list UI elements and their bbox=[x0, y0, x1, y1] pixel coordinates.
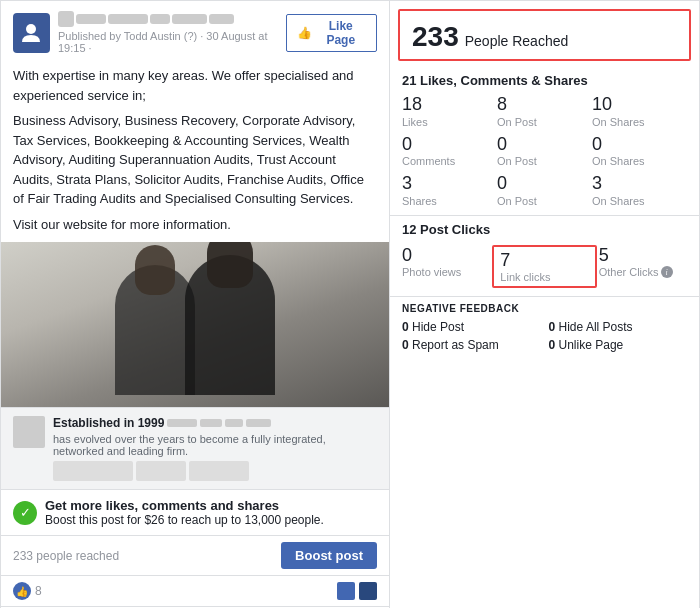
svg-rect-8 bbox=[200, 419, 222, 427]
reached-label: People Reached bbox=[465, 33, 569, 49]
people-reached-section: 233 People Reached bbox=[398, 9, 691, 61]
stat-cell-likes-on-post: 8 On Post bbox=[497, 94, 592, 128]
person2-silhouette bbox=[185, 255, 275, 395]
reactions-icon-1 bbox=[337, 582, 355, 600]
reactions-icon-2 bbox=[359, 582, 377, 600]
hide-all-posts-item: 0 Hide All Posts bbox=[549, 320, 688, 334]
person1-silhouette bbox=[115, 265, 195, 395]
post-image bbox=[1, 242, 389, 407]
likes-number: 18 bbox=[402, 94, 497, 116]
post-body: With expertise in many key areas. We off… bbox=[1, 60, 389, 242]
shares-on-shares-number: 3 bbox=[592, 173, 687, 195]
post-stats-bar: 233 people reached Boost post bbox=[1, 536, 389, 576]
negative-feedback-section: NEGATIVE FEEDBACK 0 Hide Post 0 Hide All… bbox=[390, 297, 699, 360]
boost-subtext: Boost this post for $26 to reach up to 1… bbox=[45, 513, 324, 527]
insights-panel: 233 People Reached 21 Likes, Comments & … bbox=[390, 0, 700, 608]
hide-post-number: 0 bbox=[402, 320, 409, 334]
author-name-row bbox=[58, 11, 286, 30]
hide-all-posts-label-text: Hide All Posts bbox=[559, 320, 633, 334]
stat-cell-comments-on-post: 0 On Post bbox=[497, 134, 592, 168]
svg-rect-13 bbox=[189, 461, 249, 481]
author-info: Published by Todd Austin (?) · 30 August… bbox=[58, 11, 286, 54]
like-reaction-icon: 👍 bbox=[13, 582, 31, 600]
thumbs-up-icon: 👍 bbox=[297, 26, 312, 40]
link-preview-content: Established in 1999 has evolved over the… bbox=[53, 416, 377, 481]
post-meta: Published by Todd Austin (?) · 30 August… bbox=[58, 30, 286, 54]
svg-rect-4 bbox=[150, 14, 170, 24]
boost-text: Get more likes, comments and shares Boos… bbox=[45, 498, 377, 527]
comments-on-shares-number: 0 bbox=[592, 134, 687, 156]
stat-cell-likes-on-shares: 10 On Shares bbox=[592, 94, 687, 128]
svg-rect-2 bbox=[76, 14, 106, 24]
comments-on-post-label: On Post bbox=[497, 155, 592, 167]
likes-comments-shares-section: 21 Likes, Comments & Shares 18 Likes 8 O… bbox=[390, 69, 699, 216]
post-header: Published by Todd Austin (?) · 30 August… bbox=[1, 1, 389, 60]
reached-number: 233 bbox=[412, 21, 459, 53]
clicks-grid: 0 Photo views 7 Link clicks 5 Other Clic… bbox=[390, 241, 699, 298]
post-clicks-title: 12 Post Clicks bbox=[390, 216, 699, 241]
post-body-line2: Business Advisory, Business Recovery, Co… bbox=[13, 111, 377, 209]
like-page-button[interactable]: 👍 Like Page bbox=[286, 14, 377, 52]
shares-on-post-label: On Post bbox=[497, 195, 592, 207]
reactions-right bbox=[337, 582, 377, 600]
other-clicks-label: Other Clicks i bbox=[599, 266, 687, 278]
reactions-bar: 👍 8 bbox=[1, 576, 389, 607]
svg-rect-6 bbox=[209, 14, 234, 24]
comments-number: 0 bbox=[402, 134, 497, 156]
negative-feedback-title: NEGATIVE FEEDBACK bbox=[402, 303, 687, 314]
checkmark-icon: ✓ bbox=[13, 501, 37, 525]
stat-cell-shares: 3 Shares bbox=[402, 173, 497, 207]
link-preview-thumb bbox=[13, 416, 45, 448]
post-author-section: Published by Todd Austin (?) · 30 August… bbox=[13, 11, 286, 54]
shares-label: Shares bbox=[402, 195, 497, 207]
hide-all-posts-number: 0 bbox=[549, 320, 556, 334]
reach-count: 233 people reached bbox=[13, 549, 119, 563]
link-clicks-cell: 7 Link clicks bbox=[492, 245, 596, 289]
link-preview: Established in 1999 has evolved over the… bbox=[1, 407, 389, 489]
likes-comments-shares-title: 21 Likes, Comments & Shares bbox=[402, 73, 687, 88]
comments-on-shares-label: On Shares bbox=[592, 155, 687, 167]
like-page-label: Like Page bbox=[316, 19, 366, 47]
svg-rect-9 bbox=[225, 419, 243, 427]
likes-on-post-label: On Post bbox=[497, 116, 592, 128]
stats-grid: 18 Likes 8 On Post 10 On Shares 0 Commen… bbox=[402, 94, 687, 207]
comments-on-post-number: 0 bbox=[497, 134, 592, 156]
page-container: Published by Todd Austin (?) · 30 August… bbox=[0, 0, 700, 608]
stat-cell-comments-on-shares: 0 On Shares bbox=[592, 134, 687, 168]
link-preview-sub-text: has evolved over the years to become a f… bbox=[53, 433, 377, 457]
hide-post-label-text: Hide Post bbox=[412, 320, 464, 334]
post-body-line3: Visit our website for more information. bbox=[13, 215, 377, 235]
link-clicks-number: 7 bbox=[500, 250, 588, 272]
likes-on-shares-label: On Shares bbox=[592, 116, 687, 128]
boost-post-button[interactable]: Boost post bbox=[281, 542, 377, 569]
stat-cell-comments: 0 Comments bbox=[402, 134, 497, 168]
svg-rect-3 bbox=[108, 14, 148, 24]
shares-on-shares-label: On Shares bbox=[592, 195, 687, 207]
reactions-count: 8 bbox=[35, 584, 42, 598]
avatar bbox=[13, 13, 50, 53]
unlike-page-label-text: Unlike Page bbox=[559, 338, 624, 352]
hide-post-item: 0 Hide Post bbox=[402, 320, 541, 334]
author-name-text bbox=[58, 11, 234, 30]
report-spam-item: 0 Report as Spam bbox=[402, 338, 541, 352]
shares-on-post-number: 0 bbox=[497, 173, 592, 195]
unlike-page-item: 0 Unlike Page bbox=[549, 338, 688, 352]
stat-cell-shares-on-post: 0 On Post bbox=[497, 173, 592, 207]
report-spam-number: 0 bbox=[402, 338, 409, 352]
svg-rect-5 bbox=[172, 14, 207, 24]
likes-on-post-number: 8 bbox=[497, 94, 592, 116]
post-body-line1: With expertise in many key areas. We off… bbox=[13, 66, 377, 105]
post-clicks-section: 12 Post Clicks 0 Photo views 7 Link clic… bbox=[390, 216, 699, 298]
stat-cell-shares-on-shares: 3 On Shares bbox=[592, 173, 687, 207]
svg-point-0 bbox=[26, 24, 36, 34]
photo-views-number: 0 bbox=[402, 245, 490, 267]
shares-number: 3 bbox=[402, 173, 497, 195]
other-clicks-number: 5 bbox=[599, 245, 687, 267]
other-clicks-cell: 5 Other Clicks i bbox=[599, 245, 687, 289]
image-silhouette bbox=[115, 255, 275, 395]
svg-rect-7 bbox=[167, 419, 197, 427]
report-spam-label-text: Report as Spam bbox=[412, 338, 499, 352]
photo-views-cell: 0 Photo views bbox=[402, 245, 490, 289]
svg-rect-10 bbox=[246, 419, 271, 427]
negative-feedback-grid: 0 Hide Post 0 Hide All Posts 0 Report as… bbox=[402, 320, 687, 352]
